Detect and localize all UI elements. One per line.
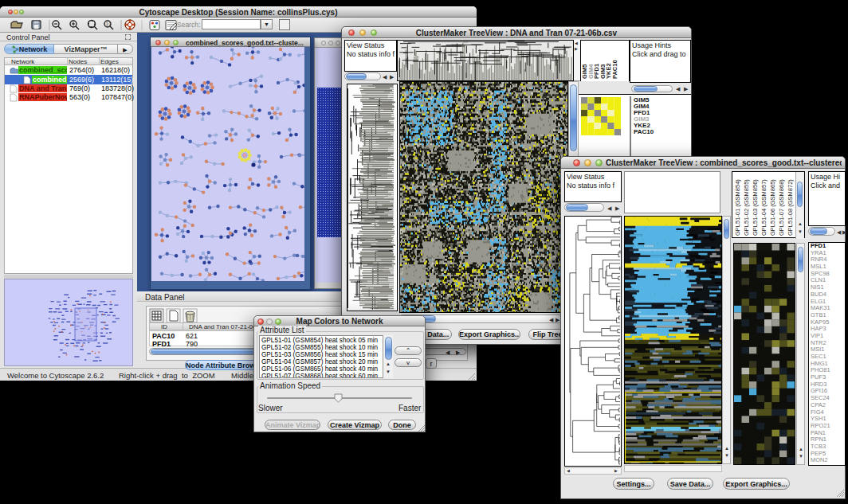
svg-text:1:1: 1:1 xyxy=(106,22,112,26)
svg-text:Search:: Search: xyxy=(177,21,200,29)
